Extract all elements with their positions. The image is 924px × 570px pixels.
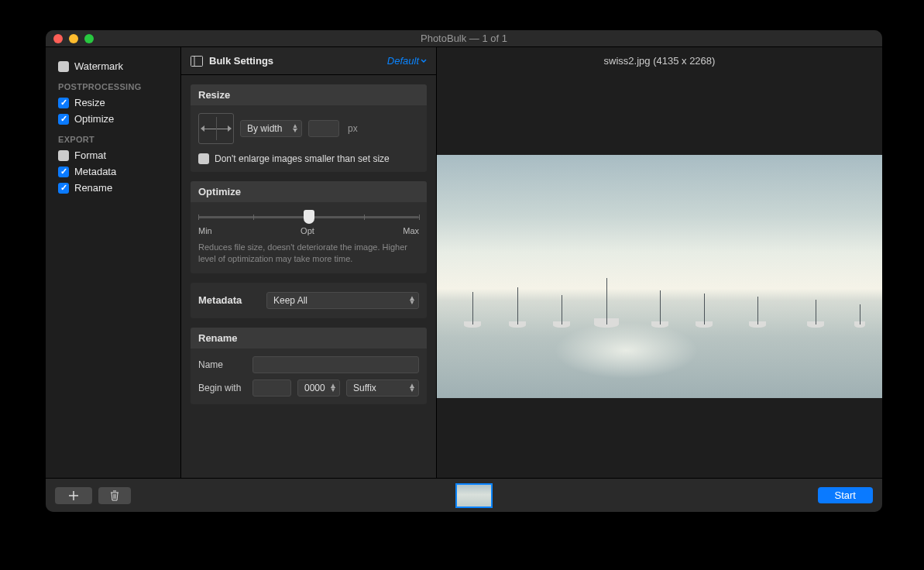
- sidebar-item-label: Resize: [74, 97, 105, 108]
- sidebar-item-label: Format: [74, 149, 106, 161]
- settings-title: Bulk Settings: [209, 55, 387, 67]
- slider-max-label: Max: [403, 226, 419, 235]
- rename-counter-value: 0000: [297, 379, 340, 397]
- checkbox-watermark[interactable]: [58, 61, 69, 72]
- sidebar: Watermark POSTPROCESSING Resize Optimize…: [46, 47, 181, 478]
- rename-begin-label: Begin with: [198, 383, 246, 393]
- preview-image: [437, 155, 882, 398]
- sidebar-item-label: Watermark: [74, 60, 123, 72]
- resize-mode-value: By width: [240, 120, 302, 137]
- rename-suffix-value: Suffix: [346, 379, 419, 397]
- dont-enlarge-label: Don't enlarge images smaller than set si…: [215, 153, 390, 164]
- rename-suffix-select[interactable]: Suffix ▲▼: [346, 379, 419, 397]
- sidebar-item-label: Optimize: [74, 113, 114, 125]
- section-metadata: Metadata Keep All ▲▼: [191, 283, 427, 318]
- sidebar-item-resize[interactable]: Resize: [55, 94, 171, 111]
- optimize-description: Reduces file size, doesn't deteriorate t…: [198, 242, 419, 266]
- settings-panel: Bulk Settings Default Resize: [181, 47, 437, 478]
- metadata-label: Metadata: [198, 294, 252, 306]
- bottombar: Start: [46, 478, 882, 512]
- slider-opt-label: Opt: [301, 226, 314, 235]
- resize-width-input[interactable]: [308, 120, 339, 137]
- content: Watermark POSTPROCESSING Resize Optimize…: [46, 47, 882, 478]
- section-rename-title: Rename: [191, 328, 427, 349]
- checkbox-metadata[interactable]: [58, 167, 69, 177]
- rename-name-label: Name: [198, 359, 246, 370]
- rename-name-input[interactable]: [252, 356, 419, 373]
- sidebar-item-format[interactable]: Format: [55, 147, 171, 163]
- metadata-select[interactable]: Keep All ▲▼: [266, 292, 419, 309]
- start-button[interactable]: Start: [818, 487, 873, 503]
- section-optimize-title: Optimize: [191, 181, 427, 202]
- plus-icon: [68, 490, 79, 501]
- optimize-slider[interactable]: [198, 210, 419, 221]
- minimize-icon[interactable]: [69, 34, 78, 43]
- sidebar-item-label: Rename: [74, 182, 112, 194]
- trash-icon: [110, 490, 119, 501]
- settings-body: Resize By width ▲▼ px: [181, 75, 436, 478]
- resize-dimension-icon[interactable]: [198, 113, 234, 144]
- start-button-label: Start: [835, 489, 856, 501]
- thumbnail-selected[interactable]: [455, 483, 493, 508]
- add-button[interactable]: [55, 487, 92, 504]
- rename-begin-input[interactable]: [252, 379, 291, 397]
- fullscreen-icon[interactable]: [84, 34, 94, 43]
- metadata-value: Keep All: [266, 292, 419, 309]
- thumbnail-strip: [137, 483, 812, 508]
- titlebar: PhotoBulk — 1 of 1: [46, 30, 882, 47]
- sidebar-item-metadata[interactable]: Metadata: [55, 163, 171, 180]
- slider-thumb[interactable]: [304, 210, 314, 224]
- settings-header: Bulk Settings Default: [181, 47, 436, 75]
- resize-mode-select[interactable]: By width ▲▼: [240, 120, 302, 137]
- preset-dropdown[interactable]: Default: [387, 55, 427, 67]
- svg-rect-0: [191, 56, 203, 66]
- section-optimize: Optimize: [191, 181, 427, 273]
- section-resize: Resize By width ▲▼ px: [191, 84, 427, 172]
- sidebar-section-postprocessing: POSTPROCESSING: [55, 74, 171, 94]
- resize-unit-label: px: [348, 123, 358, 134]
- section-resize-title: Resize: [191, 84, 427, 105]
- sidebar-item-label: Metadata: [74, 166, 116, 177]
- close-icon[interactable]: [53, 34, 63, 43]
- traffic-lights: [46, 34, 94, 43]
- slider-min-label: Min: [198, 226, 212, 235]
- sidebar-item-rename[interactable]: Rename: [55, 180, 171, 196]
- rename-counter-select[interactable]: 0000 ▲▼: [297, 379, 340, 397]
- checkbox-format[interactable]: [58, 150, 69, 161]
- checkbox-rename[interactable]: [58, 183, 69, 194]
- checkbox-optimize[interactable]: [58, 114, 69, 125]
- preview-panel: swiss2.jpg (4135 x 2268): [437, 47, 882, 478]
- app-window: PhotoBulk — 1 of 1 Watermark POSTPROCESS…: [46, 30, 882, 512]
- sidebar-layout-icon[interactable]: [191, 56, 203, 67]
- sidebar-section-export: EXPORT: [55, 127, 171, 147]
- preset-label: Default: [387, 55, 419, 67]
- preview-image-container: [437, 74, 882, 478]
- sidebar-item-watermark[interactable]: Watermark: [55, 58, 171, 74]
- section-rename: Rename Name Begin with 0000 ▲▼: [191, 328, 427, 404]
- checkbox-dont-enlarge[interactable]: [198, 153, 209, 164]
- checkbox-resize[interactable]: [58, 98, 69, 108]
- preview-filename: swiss2.jpg (4135 x 2268): [437, 47, 882, 74]
- sidebar-item-optimize[interactable]: Optimize: [55, 111, 171, 127]
- chevron-down-icon: [421, 59, 427, 64]
- window-title: PhotoBulk — 1 of 1: [46, 33, 882, 44]
- delete-button[interactable]: [98, 487, 131, 504]
